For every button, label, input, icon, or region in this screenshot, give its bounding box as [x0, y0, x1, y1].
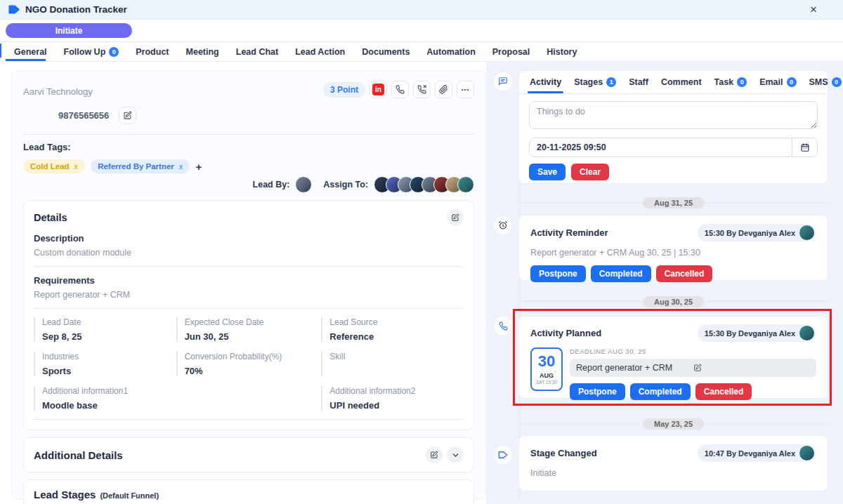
- tab-task[interactable]: Task0: [708, 71, 754, 93]
- edit-additional-details-button[interactable]: [426, 446, 443, 463]
- sms-badge: 0: [832, 77, 842, 87]
- edit-phone-button[interactable]: [119, 107, 136, 124]
- field-industries: IndustriesSports: [34, 352, 176, 376]
- additional-details-title: Additional Details: [34, 449, 123, 461]
- avatar: [799, 225, 814, 240]
- highlight-rectangle: [513, 309, 832, 406]
- alarm-clock-icon: [498, 220, 508, 230]
- timeline-reminder-marker: [494, 216, 512, 234]
- tab-staff[interactable]: Staff: [622, 71, 655, 93]
- stage-changed-title: Stage Changed: [530, 448, 597, 458]
- divider: [23, 134, 474, 135]
- pencil-square-icon: [451, 213, 459, 222]
- clear-button[interactable]: Clear: [571, 164, 609, 180]
- timeline-date-group: Aug 30, 25: [518, 296, 828, 307]
- lead-by-label: Lead By:: [253, 180, 290, 190]
- stage-changed-body: Initiate: [530, 468, 816, 478]
- field-lead-source: Lead SourceReference: [321, 317, 464, 342]
- call-button[interactable]: [391, 81, 409, 98]
- timeline-date-group: May 23, 25: [518, 418, 828, 429]
- avatar: [457, 176, 474, 193]
- tab-meeting[interactable]: Meeting: [178, 42, 228, 61]
- tab-activity[interactable]: Activity: [523, 71, 568, 93]
- avatar: [799, 446, 814, 460]
- tab-documents[interactable]: Documents: [353, 42, 418, 61]
- date-chip: Aug 30, 25: [643, 296, 704, 307]
- postpone-button[interactable]: Postpone: [530, 265, 586, 282]
- requirements-label: Requirements: [34, 275, 464, 286]
- field-skill: Skill: [321, 352, 464, 376]
- tab-general[interactable]: General: [6, 42, 55, 61]
- tab-sms[interactable]: SMS0: [803, 71, 843, 93]
- tab-stages[interactable]: Stages1: [568, 71, 622, 93]
- stages-badge: 1: [606, 77, 616, 87]
- pencil-square-icon: [123, 111, 132, 120]
- date-chip: Aug 31, 25: [643, 197, 704, 208]
- missed-call-button[interactable]: [413, 81, 431, 98]
- activity-form-card: Activity Stages1 Staff Comment Task0 Ema…: [518, 70, 828, 184]
- details-card: Details Description Custom donation modu…: [23, 200, 474, 430]
- cancelled-button[interactable]: Cancelled: [656, 265, 713, 282]
- tag-cold-lead[interactable]: Cold Leadx: [23, 159, 85, 173]
- tab-automation[interactable]: Automation: [418, 42, 483, 61]
- field-additional-information2: Additional information2UPI needed: [321, 386, 464, 411]
- lead-stages-subtitle: (Default Funnel): [100, 491, 159, 500]
- timeline-chat-marker: [494, 72, 512, 91]
- activity-reminder-card: Activity Reminder 15:30 By Devganiya Ale…: [518, 215, 828, 281]
- lead-stages-card: Lead Stages (Default Funnel) Initiate Te…: [23, 479, 474, 504]
- attachment-button[interactable]: [435, 81, 452, 98]
- lead-by-avatar[interactable]: [295, 176, 312, 193]
- phone-number: 9876565656: [58, 110, 109, 121]
- pipeline-stage-initiate[interactable]: Initiate: [6, 23, 132, 38]
- field-blank: [176, 386, 322, 411]
- field-expected-close-date: Expected Close DateJun 30, 25: [176, 317, 322, 342]
- stage-changed-meta: 10:47 By Devganiya Alex: [698, 444, 816, 462]
- completed-button[interactable]: Completed: [591, 265, 651, 282]
- expand-additional-details-button[interactable]: [447, 446, 464, 463]
- tag-referred-by-partner[interactable]: Referred By Partnerx: [91, 159, 190, 173]
- stage-changed-card: Stage Changed 10:47 By Devganiya Alex In…: [518, 435, 828, 491]
- details-field-grid: Lead DateSep 8, 25 Expected Close DateJu…: [34, 317, 464, 411]
- tab-lead-action[interactable]: Lead Action: [287, 42, 353, 61]
- chat-bubble-icon: [498, 77, 508, 86]
- assignee-avatars[interactable]: [374, 176, 474, 193]
- phone-missed-icon: [417, 85, 426, 94]
- tab-proposal[interactable]: Proposal: [484, 42, 539, 61]
- todo-input[interactable]: [529, 101, 818, 129]
- paperclip-icon: [439, 85, 448, 94]
- page-title: NGO Donation Tracker: [25, 4, 806, 15]
- tab-email[interactable]: Email0: [753, 71, 802, 93]
- task-badge: 0: [737, 77, 747, 87]
- follow-up-badge: 0: [109, 47, 119, 57]
- timeline-call-marker: [494, 317, 512, 335]
- remove-tag-icon[interactable]: x: [179, 163, 183, 171]
- add-tag-button[interactable]: +: [195, 161, 202, 173]
- tab-comment[interactable]: Comment: [655, 71, 708, 93]
- lead-overview-panel: Aarvi Technology 9876565656 3 Point in •…: [11, 70, 486, 500]
- calendar-icon: [800, 142, 810, 152]
- pencil-square-icon: [430, 451, 438, 459]
- more-button[interactable]: •••: [457, 81, 474, 98]
- edit-details-button[interactable]: [447, 209, 464, 226]
- tab-follow-up[interactable]: Follow Up0: [55, 42, 128, 61]
- close-icon[interactable]: ×: [806, 3, 821, 17]
- title-bar: NGO Donation Tracker ×: [0, 0, 843, 20]
- main-tabs: General Follow Up0 Product Meeting Lead …: [0, 42, 843, 62]
- description-value: Custom donation module: [34, 248, 464, 258]
- calendar-button[interactable]: [792, 138, 817, 157]
- details-title: Details: [34, 212, 67, 223]
- linkedin-icon: in: [372, 84, 384, 95]
- tab-lead-chat[interactable]: Lead Chat: [228, 42, 287, 61]
- remove-tag-icon[interactable]: x: [74, 163, 79, 171]
- email-badge: 0: [787, 77, 797, 87]
- app-logo-icon: [8, 5, 20, 14]
- tab-history[interactable]: History: [538, 42, 585, 61]
- linkedin-button[interactable]: in: [370, 81, 387, 98]
- divider: [34, 419, 464, 420]
- datetime-input[interactable]: [530, 138, 792, 157]
- tab-product[interactable]: Product: [127, 42, 177, 61]
- phone-icon: [396, 85, 405, 94]
- save-button[interactable]: Save: [529, 164, 566, 180]
- chevron-down-icon: [451, 451, 460, 460]
- activity-tabs: Activity Stages1 Staff Comment Task0 Ema…: [519, 71, 828, 94]
